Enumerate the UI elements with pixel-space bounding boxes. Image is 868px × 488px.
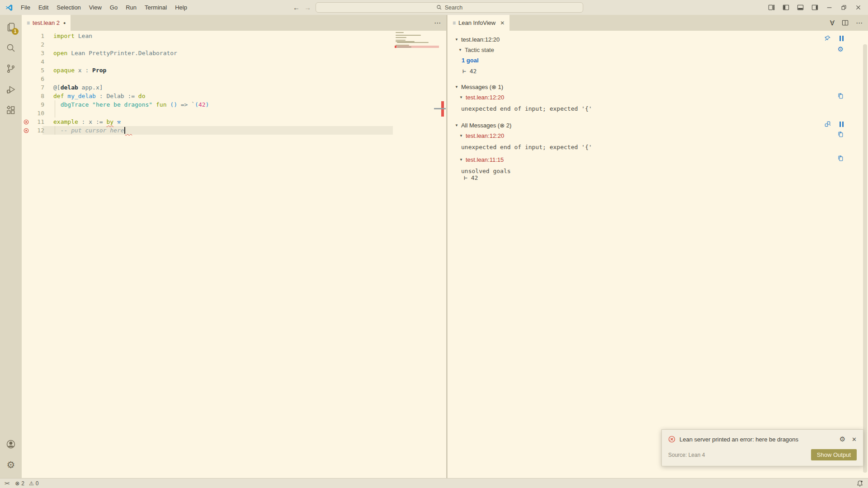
source-control-icon[interactable]: [0, 58, 22, 79]
collapse-triangle-icon[interactable]: ▼: [459, 134, 463, 138]
notification-settings-icon[interactable]: ⚙: [840, 435, 845, 443]
infoview-cursor-section[interactable]: ▼ test.lean:12:20: [455, 34, 868, 45]
code-line-3[interactable]: 3open Lean PrettyPrinter.Delaborator: [22, 49, 446, 57]
infoview-scrollbar[interactable]: [863, 44, 867, 473]
toggle-primary-sidebar-icon[interactable]: [779, 1, 792, 14]
minimize-window-icon[interactable]: [823, 1, 835, 14]
messages-section[interactable]: ▼ Messages (⊗ 1): [455, 82, 868, 92]
line-number: 6: [30, 75, 44, 83]
run-debug-icon[interactable]: [0, 79, 22, 100]
menu-view[interactable]: View: [85, 0, 106, 15]
code-line-9[interactable]: 9 dbgTrace "here be dragons" fun () => `…: [22, 100, 446, 109]
overview-ruler[interactable]: [439, 31, 446, 478]
extensions-icon[interactable]: [0, 100, 22, 121]
search-placeholder: Search: [445, 5, 463, 11]
notification-source: Source: Lean 4: [668, 452, 705, 458]
code-text: example : x := by ⚒: [53, 117, 121, 126]
problems-status[interactable]: ⊗ 2 ⚠ 0: [15, 480, 38, 487]
code-text: import Lean: [53, 32, 92, 40]
message-location[interactable]: ▼ test.lean:12:20: [455, 131, 868, 141]
line-number: 8: [30, 92, 44, 100]
customize-layout-icon[interactable]: [765, 1, 778, 14]
warning-count: 0: [36, 480, 39, 487]
editor-lines: 1import Lean23open Lean PrettyPrinter.De…: [22, 32, 446, 135]
tactic-state-section[interactable]: ▼ Tactic state ⚙: [455, 45, 868, 55]
remote-indicator-icon[interactable]: ><: [5, 480, 9, 486]
open-as-editor-icon[interactable]: [824, 121, 831, 127]
code-line-2[interactable]: 2: [22, 40, 446, 49]
explorer-icon[interactable]: 1: [0, 17, 22, 38]
code-line-4[interactable]: 4: [22, 57, 446, 66]
notifications-bell-icon[interactable]: [856, 480, 863, 487]
goal-count: 1 goal: [455, 55, 868, 66]
message-location[interactable]: ▼ test.lean:12:20: [455, 92, 868, 103]
editor-more-actions-icon[interactable]: ⋯: [434, 19, 441, 27]
menu-bar: File Edit Selection View Go Run Terminal…: [17, 0, 191, 15]
notification-toast: Lean server printed an error: here be dr…: [661, 429, 863, 466]
message-location-label: test.lean:11:15: [466, 156, 504, 163]
code-line-10[interactable]: 10: [22, 109, 446, 117]
menu-terminal[interactable]: Terminal: [141, 0, 171, 15]
code-editor[interactable]: 1import Lean23open Lean PrettyPrinter.De…: [22, 31, 446, 478]
error-icon: [22, 126, 30, 135]
close-window-icon[interactable]: [852, 1, 864, 14]
collapse-triangle-icon[interactable]: ▼: [458, 48, 462, 52]
infoview-more-actions-icon[interactable]: ⋯: [856, 19, 863, 27]
search-view-icon[interactable]: [0, 38, 22, 58]
code-line-8[interactable]: 8def my_delab : Delab := do: [22, 92, 446, 100]
code-line-5[interactable]: 5opaque x : Prop: [22, 66, 446, 75]
infoview-settings-icon[interactable]: ⚙: [838, 45, 844, 53]
menu-file[interactable]: File: [17, 0, 34, 15]
collapse-triangle-icon[interactable]: ▼: [455, 38, 458, 42]
restore-window-icon[interactable]: [837, 1, 850, 14]
goal-expression: ⊢ 42: [455, 66, 868, 76]
modified-dot-icon[interactable]: ●: [63, 21, 66, 25]
pause-updating-icon[interactable]: [840, 122, 844, 127]
settings-gear-icon[interactable]: ⚙: [0, 455, 22, 475]
forward-arrow-icon[interactable]: →: [304, 4, 311, 11]
warning-count-icon: ⚠: [29, 480, 34, 487]
notification-close-icon[interactable]: ✕: [852, 436, 857, 443]
collapse-triangle-icon[interactable]: ▼: [459, 95, 463, 99]
tab-label: Lean InfoView: [458, 19, 495, 26]
code-line-1[interactable]: 1import Lean: [22, 32, 446, 40]
collapse-triangle-icon[interactable]: ▼: [455, 85, 458, 89]
code-line-11[interactable]: 11example : x := by ⚒: [22, 117, 446, 126]
menu-selection[interactable]: Selection: [52, 0, 85, 15]
code-line-12[interactable]: 12 -- put cursor here: [22, 126, 446, 135]
tab-lean-infoview[interactable]: ≡ Lean InfoView ✕: [448, 15, 509, 31]
message-goal: ⊢ 42: [461, 174, 868, 181]
line-number: 2: [30, 40, 44, 49]
close-tab-icon[interactable]: ✕: [500, 20, 505, 26]
toggle-panel-icon[interactable]: [794, 1, 807, 14]
account-icon[interactable]: [0, 434, 22, 455]
pause-updating-icon[interactable]: [840, 36, 844, 41]
message-text: unexpected end of input; expected '{': [461, 144, 868, 150]
toggle-secondary-sidebar-icon[interactable]: [808, 1, 821, 14]
collapse-triangle-icon[interactable]: ▼: [455, 123, 458, 127]
pin-icon[interactable]: [824, 35, 831, 42]
tab-test-lean[interactable]: ≡ test.lean 2 ●: [22, 15, 71, 31]
show-output-button[interactable]: Show Output: [811, 449, 857, 460]
menu-edit[interactable]: Edit: [34, 0, 52, 15]
split-editor-icon[interactable]: [842, 19, 849, 26]
cursor-location-label: test.lean:12:20: [461, 36, 500, 43]
message-location[interactable]: ▼ test.lean:11:15: [455, 155, 868, 165]
command-center-search[interactable]: Search: [316, 2, 583, 13]
message-text: unsolved goals: [461, 168, 868, 174]
code-line-7[interactable]: 7@[delab app.x]: [22, 83, 446, 92]
menu-run[interactable]: Run: [122, 0, 141, 15]
line-number: 4: [30, 57, 44, 66]
copy-to-comment-icon[interactable]: [837, 131, 844, 137]
copy-to-comment-icon[interactable]: [837, 155, 844, 161]
lean-forall-icon[interactable]: ∀: [830, 19, 835, 27]
menu-help[interactable]: Help: [171, 0, 191, 15]
all-messages-section[interactable]: ▼ All Messages (⊗ 2): [455, 120, 868, 131]
code-line-6[interactable]: 6: [22, 75, 446, 83]
copy-to-comment-icon[interactable]: [837, 93, 844, 99]
line-number: 9: [30, 100, 44, 109]
menu-go[interactable]: Go: [106, 0, 122, 15]
back-arrow-icon[interactable]: ←: [293, 4, 300, 11]
line-number: 5: [30, 66, 44, 75]
collapse-triangle-icon[interactable]: ▼: [459, 158, 463, 162]
